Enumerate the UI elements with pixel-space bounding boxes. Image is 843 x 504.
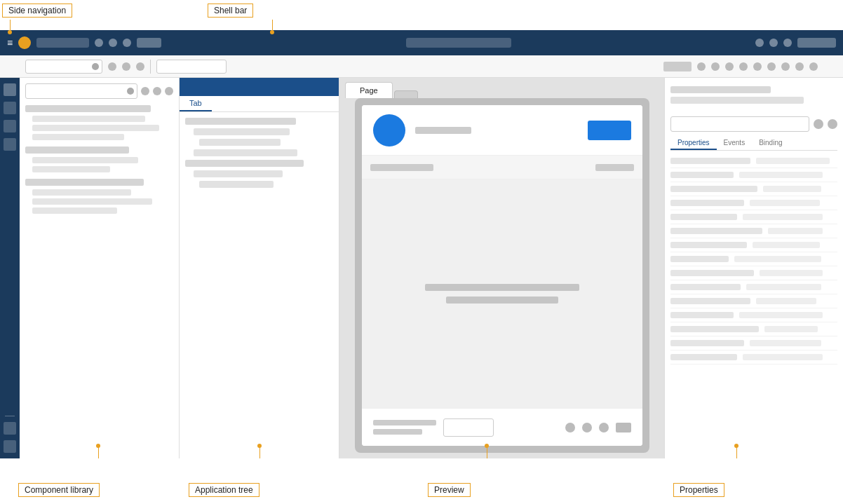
comp-item-1[interactable]: [32, 116, 145, 122]
right-rect[interactable]: [797, 38, 836, 48]
tree-item-7[interactable]: [199, 181, 274, 188]
prop-key-12: [670, 312, 734, 318]
preview-screen-header: [362, 105, 642, 156]
toolbar-dot-8[interactable]: [753, 62, 762, 71]
toolbar-dot-10[interactable]: [781, 62, 790, 71]
preview-tab-inactive[interactable]: [394, 90, 418, 98]
comp-lib-search[interactable]: [25, 83, 137, 99]
tree-item-4[interactable]: [194, 149, 297, 156]
menu-icon[interactable]: ≡: [7, 37, 13, 48]
side-nav-item-1[interactable]: [4, 83, 16, 96]
nav-rect-1[interactable]: [137, 38, 161, 48]
nav-dot-3[interactable]: [123, 39, 131, 47]
side-nav-item-3[interactable]: [4, 120, 16, 132]
prop-tab-1[interactable]: Properties: [670, 137, 717, 150]
toolbar-dot-9[interactable]: [767, 62, 776, 71]
app-tree-label-box: Application tree: [189, 483, 259, 497]
comp-item-8[interactable]: [32, 207, 117, 214]
prop-val-4[interactable]: [750, 200, 820, 206]
toolbar-input-2[interactable]: [156, 60, 227, 74]
prop-val-11[interactable]: [756, 298, 816, 304]
footer-rect-1[interactable]: [616, 423, 631, 433]
prop-val-5[interactable]: [743, 214, 823, 220]
prop-tab-2[interactable]: Events: [717, 137, 753, 150]
preview-header-bar-1: [415, 127, 471, 134]
toolbar-search[interactable]: [25, 60, 102, 74]
center-search[interactable]: [406, 38, 511, 48]
tree-item-5[interactable]: [185, 160, 304, 167]
side-nav-item-4[interactable]: [4, 138, 16, 151]
side-nav-item-2[interactable]: [4, 102, 16, 114]
prop-row-3: [670, 182, 837, 196]
prop-search-input[interactable]: [670, 116, 809, 132]
properties-panel: Properties Events Binding: [664, 78, 843, 458]
side-nav-bottom-1[interactable]: [4, 422, 16, 435]
comp-item-2[interactable]: [32, 125, 159, 131]
preview-footer-button[interactable]: [443, 418, 494, 437]
prop-val-3[interactable]: [763, 186, 821, 192]
prop-search-dot-1[interactable]: [814, 119, 823, 129]
prop-val-7[interactable]: [753, 242, 819, 248]
tree-item-2[interactable]: [194, 128, 290, 135]
footer-dot-1[interactable]: [565, 423, 575, 433]
comp-lib-dot-1[interactable]: [141, 87, 149, 95]
preview-tabs: Page: [345, 82, 659, 98]
toolbar-dot-12[interactable]: [809, 62, 818, 71]
prop-val-6[interactable]: [768, 228, 823, 234]
app-tree-tab-2[interactable]: [212, 96, 231, 111]
prop-val-8[interactable]: [734, 256, 821, 262]
comp-category-3: [25, 179, 144, 186]
preview-body-bar-1: [425, 284, 579, 291]
toolbar-dot-5[interactable]: [711, 62, 720, 71]
comp-category-1: [25, 105, 151, 112]
prop-val-2[interactable]: [739, 172, 823, 178]
prop-tab-3[interactable]: Binding: [752, 137, 789, 150]
prop-val-14[interactable]: [750, 340, 821, 346]
toolbar-dot-2[interactable]: [122, 62, 130, 71]
nav-dot-2[interactable]: [109, 39, 117, 47]
comp-lib-dot-2[interactable]: [153, 87, 161, 95]
prop-row-6: [670, 224, 837, 238]
prop-search-dot-2[interactable]: [828, 119, 837, 129]
comp-item-4[interactable]: [32, 157, 138, 163]
prop-val-1[interactable]: [756, 158, 830, 164]
toolbar-dot-1[interactable]: [108, 62, 116, 71]
footer-dot-3[interactable]: [599, 423, 609, 433]
right-dot-1[interactable]: [755, 39, 764, 47]
toolbar-dot-11[interactable]: [795, 62, 804, 71]
tree-item-1[interactable]: [185, 118, 296, 125]
prop-top-bar-2: [670, 97, 804, 104]
app-tree-tab-1[interactable]: Tab: [180, 96, 212, 111]
component-library: [20, 78, 180, 458]
prop-val-13[interactable]: [764, 326, 818, 332]
preview-header-button[interactable]: [588, 121, 631, 140]
toolbar-dot-6[interactable]: [725, 62, 734, 71]
toolbar-dot-4[interactable]: [697, 62, 706, 71]
preview-tab-active[interactable]: Page: [345, 82, 393, 98]
right-dot-3[interactable]: [783, 39, 792, 47]
comp-lib-dot-3[interactable]: [165, 87, 173, 95]
comp-item-3[interactable]: [32, 134, 124, 140]
right-dot-2[interactable]: [769, 39, 778, 47]
preview-device-frame: [355, 98, 649, 453]
comp-item-7[interactable]: [32, 198, 152, 205]
prop-val-15[interactable]: [743, 354, 823, 360]
toolbar-pill-1[interactable]: [663, 62, 692, 71]
app-tree-content: [180, 112, 339, 458]
preview-label-box: Preview: [428, 483, 471, 497]
toolbar-dot-7[interactable]: [739, 62, 748, 71]
prop-key-5: [670, 214, 737, 220]
footer-dot-2[interactable]: [582, 423, 592, 433]
tree-item-3[interactable]: [199, 139, 281, 146]
side-nav-bottom-2[interactable]: [4, 440, 16, 453]
nav-dot-1[interactable]: [95, 39, 103, 47]
preview-area: Page: [339, 78, 664, 458]
comp-item-6[interactable]: [32, 189, 131, 196]
prop-val-9[interactable]: [760, 270, 823, 276]
nav-pill-1[interactable]: [36, 38, 89, 48]
comp-item-5[interactable]: [32, 166, 110, 172]
prop-val-10[interactable]: [746, 284, 821, 290]
toolbar-dot-3[interactable]: [136, 62, 144, 71]
tree-item-6[interactable]: [194, 170, 283, 177]
prop-val-12[interactable]: [739, 312, 823, 318]
